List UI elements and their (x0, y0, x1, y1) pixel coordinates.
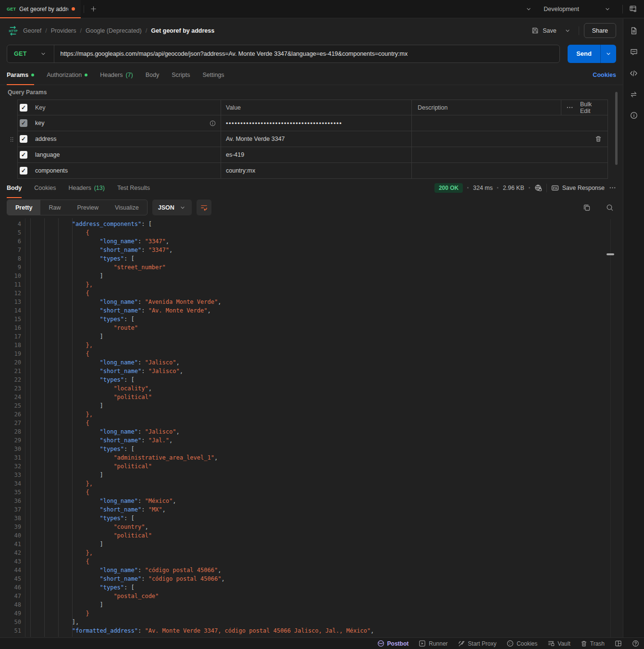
drag-handle-icon[interactable] (9, 136, 15, 143)
response-tab-headers[interactable]: Headers(13) (68, 178, 104, 198)
send-button[interactable]: Send (568, 45, 616, 63)
bulk-edit-button[interactable]: Bulk Edit (580, 101, 603, 114)
tab-params[interactable]: Params (7, 65, 34, 85)
cookies-link[interactable]: Cookies (593, 72, 616, 78)
param-checkbox[interactable]: ✓ (20, 167, 27, 175)
format-selector[interactable]: JSON (152, 200, 192, 215)
tab-scripts[interactable]: Scripts (172, 65, 190, 85)
split-panel-button[interactable] (615, 640, 622, 647)
request-header: HTTP Georef/Providers/Google (Deprecated… (0, 19, 623, 42)
param-key[interactable]: key (29, 115, 221, 131)
unsaved-dot-icon (72, 7, 75, 11)
send-options-chevron[interactable] (600, 45, 616, 63)
param-description[interactable] (411, 115, 607, 131)
statusbar-postbot[interactable]: Postbot (377, 640, 409, 647)
view-tab-visualize[interactable]: Visualize (107, 200, 147, 215)
response-tab-testresults[interactable]: Test Results (117, 178, 150, 198)
statusbar-vault[interactable]: Vault (547, 640, 570, 647)
breadcrumb-item[interactable]: Georef (23, 27, 41, 34)
tab-authorization[interactable]: Authorization (47, 65, 87, 85)
help-button[interactable] (632, 640, 639, 647)
network-info-icon[interactable] (534, 184, 542, 192)
line-number: 42 (0, 549, 25, 557)
code-line-content: ] (30, 401, 103, 410)
environment-selector[interactable]: Development (539, 3, 619, 15)
line-number: 50 (0, 618, 25, 626)
line-number: 17 (0, 332, 25, 341)
param-description[interactable] (411, 131, 607, 147)
view-tab-pretty[interactable]: Pretty (7, 200, 40, 215)
comments-icon[interactable] (627, 45, 641, 59)
main-content: HTTP Georef/Providers/Google (Deprecated… (0, 19, 623, 637)
code-line: 19 { (0, 349, 623, 358)
save-response-button[interactable]: Save Response (551, 184, 605, 192)
response-tab-body[interactable]: Body (7, 178, 22, 198)
param-key[interactable]: address (29, 131, 221, 147)
more-options-icon[interactable] (566, 104, 573, 111)
method-label: GET (14, 50, 27, 57)
line-number: 9 (0, 263, 25, 272)
line-number: 49 (0, 609, 25, 618)
breadcrumb-item[interactable]: Google (Deprecated) (86, 27, 142, 34)
line-number: 33 (0, 471, 25, 479)
share-button[interactable]: Share (584, 23, 616, 38)
statusbar-trash[interactable]: Trash (581, 640, 605, 647)
param-value[interactable]: country:mx (221, 163, 411, 178)
checkbox-cell: ✓ (18, 147, 29, 162)
info-icon[interactable] (627, 108, 641, 123)
response-tab-cookies[interactable]: Cookies (34, 178, 56, 198)
param-checkbox[interactable]: ✓ (20, 119, 27, 127)
tab-headers[interactable]: Headers(7) (100, 65, 133, 85)
tab-settings[interactable]: Settings (202, 65, 224, 85)
wrap-lines-button[interactable] (197, 200, 211, 215)
request-tab[interactable]: GET Get georef by address (0, 0, 81, 18)
save-options-chevron[interactable] (561, 25, 574, 37)
response-scrollbar-thumb[interactable] (607, 253, 614, 255)
param-value[interactable]: Av. Monte Verde 3347 (221, 131, 411, 147)
line-number: 35 (0, 488, 25, 497)
param-key[interactable]: language (29, 147, 221, 162)
statusbar-start-proxy[interactable]: Start Proxy (458, 640, 496, 647)
save-response-icon (551, 184, 559, 192)
tab-overflow-chevron[interactable] (522, 3, 535, 15)
delete-param-icon[interactable] (595, 136, 602, 142)
view-tab-preview[interactable]: Preview (69, 200, 106, 215)
param-checkbox[interactable]: ✓ (20, 151, 27, 159)
related-requests-icon[interactable] (627, 87, 641, 101)
new-tab-button[interactable] (87, 3, 99, 15)
checkbox-cell: ✓ (18, 163, 29, 178)
url-input[interactable]: https://maps.googleapis.com/maps/api/geo… (54, 50, 414, 57)
search-response-icon[interactable] (604, 201, 616, 214)
code-line-content: { (30, 488, 89, 497)
tab-body[interactable]: Body (146, 65, 160, 85)
line-number: 19 (0, 349, 25, 358)
view-tab-raw[interactable]: Raw (40, 200, 69, 215)
code-line-content: ], (30, 618, 79, 626)
select-all-checkbox[interactable]: ✓ (20, 104, 27, 112)
code-line: 42 }, (0, 549, 623, 557)
environment-quick-look-icon[interactable] (627, 3, 639, 15)
param-checkbox[interactable]: ✓ (20, 135, 27, 143)
param-value[interactable]: es-419 (221, 147, 411, 162)
param-key[interactable]: components (29, 163, 221, 178)
statusbar-runner[interactable]: Runner (419, 640, 447, 647)
documentation-icon[interactable] (627, 24, 641, 38)
code-line-content: "country", (30, 523, 149, 531)
param-row-components: ✓componentscountry:mx (7, 163, 608, 179)
param-value[interactable]: •••••••••••••••••••••••••••••••••••••••• (221, 115, 411, 131)
code-snippet-icon[interactable] (627, 66, 641, 80)
param-description[interactable] (411, 163, 607, 178)
status-badge[interactable]: 200 OK (434, 183, 463, 193)
response-more-options-icon[interactable] (609, 184, 616, 191)
method-selector[interactable]: GET (7, 45, 54, 62)
breadcrumb-item[interactable]: Providers (51, 27, 76, 34)
line-number: 18 (0, 341, 25, 349)
response-body-json[interactable]: 4 "address_components": [5 {6 "long_name… (0, 218, 623, 637)
param-description[interactable] (411, 147, 607, 162)
copy-response-icon[interactable] (581, 201, 593, 214)
params-scrollbar[interactable] (615, 92, 618, 165)
statusbar-cookies[interactable]: Cookies (507, 640, 537, 647)
save-button[interactable]: Save (531, 25, 557, 37)
line-number: 43 (0, 557, 25, 566)
tab-label: Authorization (47, 72, 82, 78)
